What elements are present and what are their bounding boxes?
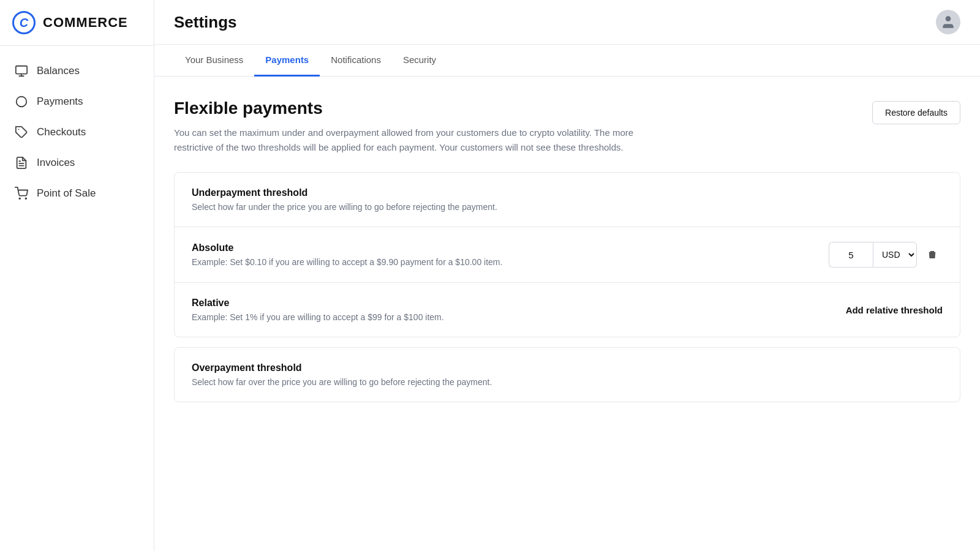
sidebar-item-label: Balances: [37, 65, 80, 77]
user-icon: [940, 14, 956, 30]
tab-notifications[interactable]: Notifications: [320, 45, 392, 77]
file-text-icon: [15, 156, 28, 170]
restore-defaults-button[interactable]: Restore defaults: [872, 101, 960, 124]
relative-label: Relative: [192, 298, 444, 309]
user-avatar[interactable]: [936, 10, 960, 34]
settings-tabs: Your Business Payments Notifications Sec…: [154, 45, 980, 77]
sidebar-item-balances[interactable]: Balances: [0, 56, 154, 86]
absolute-description: Example: Set $0.10 if you are willing to…: [192, 257, 502, 267]
settings-content: Flexible payments You can set the maximu…: [154, 77, 980, 551]
relative-info: Relative Example: Set 1% if you are will…: [192, 298, 444, 322]
absolute-row: Absolute Example: Set $0.10 if you are w…: [192, 242, 943, 268]
svg-point-8: [25, 198, 26, 199]
add-relative-threshold-link[interactable]: Add relative threshold: [846, 305, 943, 315]
circle-icon: [15, 95, 28, 108]
page-title: Settings: [174, 13, 237, 32]
sidebar-item-payments[interactable]: Payments: [0, 86, 154, 117]
section-header: Flexible payments You can set the maximu…: [174, 99, 960, 155]
overpayment-title: Overpayment threshold: [192, 362, 943, 373]
absolute-controls: USD EUR GBP: [829, 242, 943, 268]
sidebar-item-label: Checkouts: [37, 126, 86, 138]
logo-text: COMMERCE: [43, 15, 128, 31]
delete-absolute-button[interactable]: [922, 244, 943, 265]
sidebar-item-label: Invoices: [37, 157, 75, 169]
svg-point-3: [17, 97, 27, 107]
logo-icon: C: [12, 11, 36, 34]
sidebar-item-invoices[interactable]: Invoices: [0, 148, 154, 178]
sidebar-nav: Balances Payments Checkouts Invoices: [0, 46, 154, 551]
sidebar-item-point-of-sale[interactable]: Point of Sale: [0, 178, 154, 209]
absolute-label: Absolute: [192, 242, 502, 253]
trash-icon: [927, 249, 938, 260]
sidebar: C COMMERCE Balances Payments Checkouts: [0, 0, 154, 551]
absolute-section: Absolute Example: Set $0.10 if you are w…: [175, 227, 960, 283]
monitor-icon: [15, 64, 28, 78]
sidebar-item-checkouts[interactable]: Checkouts: [0, 117, 154, 148]
svg-point-9: [946, 16, 951, 21]
tab-security[interactable]: Security: [392, 45, 447, 77]
relative-description: Example: Set 1% if you are willing to ac…: [192, 312, 444, 322]
underpayment-description: Select how far under the price you are w…: [192, 202, 943, 212]
underpayment-title: Underpayment threshold: [192, 187, 943, 198]
svg-point-7: [19, 198, 20, 199]
section-description: You can set the maximum under and overpa…: [174, 126, 639, 155]
relative-row: Relative Example: Set 1% if you are will…: [192, 298, 943, 322]
tab-your-business[interactable]: Your Business: [174, 45, 254, 77]
sidebar-item-label: Payments: [37, 96, 83, 108]
sidebar-item-label: Point of Sale: [37, 187, 96, 200]
relative-section: Relative Example: Set 1% if you are will…: [175, 283, 960, 337]
overpayment-description: Select how far over the price you are wi…: [192, 377, 943, 387]
underpayment-header: Underpayment threshold Select how far un…: [175, 173, 960, 227]
tag-icon: [15, 126, 28, 139]
absolute-info: Absolute Example: Set $0.10 if you are w…: [192, 242, 502, 267]
overpayment-card: Overpayment threshold Select how far ove…: [174, 347, 960, 402]
shopping-cart-icon: [15, 187, 28, 200]
svg-rect-0: [16, 66, 27, 74]
absolute-amount-input[interactable]: [829, 242, 873, 268]
main-content: Settings Your Business Payments Notifica…: [154, 0, 980, 551]
tab-payments[interactable]: Payments: [254, 45, 320, 77]
currency-select[interactable]: USD EUR GBP: [873, 242, 917, 268]
topbar: Settings: [154, 0, 980, 45]
underpayment-card: Underpayment threshold Select how far un…: [174, 172, 960, 337]
section-header-text: Flexible payments You can set the maximu…: [174, 99, 639, 155]
overpayment-header: Overpayment threshold Select how far ove…: [175, 348, 960, 402]
logo-area: C COMMERCE: [0, 0, 154, 46]
section-title: Flexible payments: [174, 99, 639, 118]
